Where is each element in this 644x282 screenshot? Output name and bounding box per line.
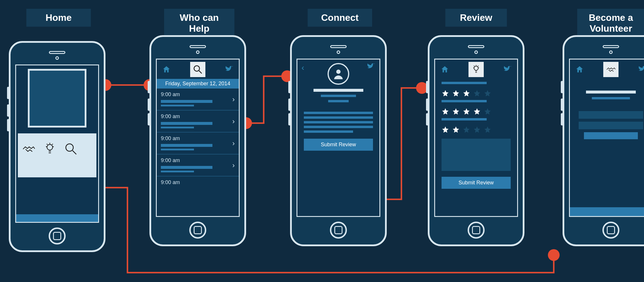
star-icon[interactable] [442,108,449,115]
time-slot[interactable]: 9:00 am › [157,154,239,176]
date-header: Friday, September 12, 2014 [157,79,239,89]
svg-point-7 [474,66,478,70]
star-icon[interactable] [484,126,491,133]
bottom-bar [570,207,644,216]
screen-home [15,64,99,223]
home-icon[interactable] [161,64,172,75]
label-home: Home [26,9,91,27]
star-icon[interactable] [452,108,460,115]
star-row-3[interactable] [442,126,511,133]
submit-review-button[interactable]: Submit Review [304,139,373,151]
profile-sub-placeholder [328,100,349,102]
chevron-right-icon: › [232,95,235,103]
chevron-right-icon: › [232,161,235,169]
label-review: Review [445,9,507,27]
criteria-line [442,118,487,120]
star-icon[interactable] [484,89,491,97]
phone-connect: ‹ Submit Review [290,35,387,246]
text-line [304,126,373,128]
review-textarea[interactable] [442,139,511,171]
home-button[interactable] [602,222,619,239]
svg-point-4 [194,66,200,71]
time-slot[interactable]: 9:00 am › [157,132,239,154]
text-line [304,116,373,119]
svg-point-6 [336,69,341,74]
profile-sub-placeholder [321,95,356,97]
home-button[interactable] [330,222,347,239]
text-line [304,121,373,123]
profile-name-placeholder [314,89,363,92]
twitter-icon[interactable] [502,64,513,75]
star-icon[interactable] [452,89,460,97]
screen-connect: ‹ Submit Review [297,59,380,217]
chevron-right-icon: › [232,139,235,147]
svg-point-2 [66,144,73,151]
home-button[interactable] [189,222,206,239]
home-icon[interactable] [439,64,450,75]
phone-review: Submit Review [428,35,524,246]
home-icon-panel [18,133,96,177]
criteria-line [442,82,487,84]
volunteer-title-placeholder [586,91,636,94]
handshake-icon[interactable] [22,142,35,157]
label-help: Who can Help [164,9,234,38]
home-bottom-bar [16,214,98,222]
form-field[interactable] [579,111,643,119]
form-button[interactable] [584,132,638,139]
star-icon[interactable] [484,108,491,115]
form-field[interactable] [579,122,643,129]
svg-point-1 [47,145,52,150]
text-line [304,112,373,114]
handshake-icon[interactable] [603,62,619,77]
star-icon[interactable] [442,126,449,133]
twitter-icon[interactable] [367,62,375,72]
star-icon[interactable] [473,89,481,97]
label-volunteer: Become a Volunteer [577,9,644,38]
back-icon[interactable]: ‹ [301,63,304,72]
star-icon[interactable] [473,126,481,133]
home-button[interactable] [49,227,66,244]
avatar-icon [328,63,349,85]
phone-help: Friday, September 12, 2014 9:00 am › 9:0… [149,35,246,246]
label-connect: Connect [308,9,372,27]
chevron-right-icon: › [232,117,235,125]
star-icon[interactable] [463,126,470,133]
search-icon[interactable] [190,62,205,77]
home-icon[interactable] [574,64,585,75]
lightbulb-icon[interactable] [468,62,484,77]
twitter-icon[interactable] [637,64,644,75]
time-slot[interactable]: 9:00 am [157,176,239,191]
star-icon[interactable] [452,126,460,133]
time-slot[interactable]: 9:00 am › [157,89,239,111]
phone-home [9,41,105,252]
phone-volunteer [563,35,644,246]
home-button[interactable] [468,222,485,239]
star-row-1[interactable] [442,89,511,97]
svg-line-3 [73,151,76,154]
volunteer-sub-placeholder [592,97,630,99]
home-image-placeholder [28,69,86,128]
criteria-line [442,100,487,102]
time-slot[interactable]: 9:00 am › [157,111,239,132]
screen-help: Friday, September 12, 2014 9:00 am › 9:0… [156,59,240,217]
star-icon[interactable] [442,89,449,97]
lightbulb-icon[interactable] [43,142,57,157]
svg-line-5 [199,71,202,73]
search-icon[interactable] [64,142,78,157]
star-icon[interactable] [473,108,481,115]
star-icon[interactable] [463,89,470,97]
submit-review-button[interactable]: Submit Review [442,177,511,189]
text-line [304,130,353,133]
star-icon[interactable] [463,108,470,115]
twitter-icon[interactable] [224,64,235,75]
screen-volunteer [569,59,644,217]
star-row-2[interactable] [442,108,511,115]
screen-review: Submit Review [434,59,518,217]
